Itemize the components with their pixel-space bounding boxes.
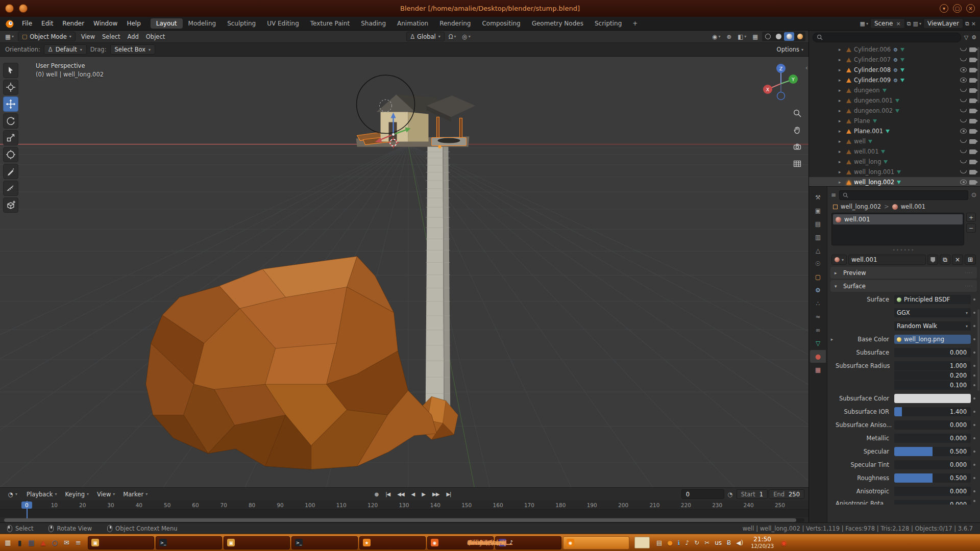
tray-icon[interactable]: ♪ [685,539,689,546]
menubar-menu[interactable]: Help [122,19,145,28]
proportional-editing-icon[interactable]: ◎▾ [460,33,473,40]
property-field[interactable]: Random Walk ▾ [894,321,971,331]
property-field[interactable]: 0.200 ▾ [894,371,971,380]
disclosure-arrow[interactable]: ▸ [839,139,844,144]
properties-tab[interactable] [810,244,826,257]
disable-in-renders-toggle[interactable] [969,47,976,52]
disclosure-arrow[interactable]: ▸ [839,108,844,113]
orientation-gizmo[interactable]: Z X Y [757,60,804,107]
slot-list-grip[interactable]: •••••• [827,247,980,253]
workspace-tab[interactable]: Geometry Nodes [526,18,589,29]
decorator-dot[interactable] [971,477,978,479]
taskbar-window-button[interactable]: ◉ I want to re... ♪ [427,536,494,549]
property-field[interactable]: 1.000 ▾ [894,361,971,370]
property-field[interactable]: 0.000 ▾ [894,460,971,469]
properties-tab[interactable] [810,270,826,283]
decorator-dot[interactable] [971,384,978,386]
properties-search-field[interactable] [839,190,968,200]
viewport-scene[interactable] [0,57,808,487]
decorator-dot[interactable] [971,397,978,399]
disclosure-arrow[interactable]: ▸ [839,129,844,134]
disable-in-renders-toggle[interactable] [969,139,976,144]
use-preview-range-icon[interactable]: ◔ [725,491,736,498]
viewport-menu[interactable]: Add [124,33,142,40]
decorator-dot[interactable] [971,411,978,413]
tray-icon[interactable]: ↻ [694,539,699,546]
workspace-tab[interactable]: Animation [391,18,434,29]
hide-in-viewport-toggle[interactable] [960,48,967,51]
tray-icon[interactable]: ● [667,539,672,546]
decorator-dot[interactable] [971,365,978,367]
material-preview-shading-icon[interactable] [784,32,794,41]
frame-start-field[interactable]: Start1 [737,489,768,499]
disable-in-renders-toggle[interactable] [969,129,976,134]
playback-button[interactable]: |◀ [382,491,393,497]
timeline-menu[interactable]: Playback▾ [22,491,61,498]
annotate-tool[interactable] [3,164,18,179]
outliner-row[interactable]: ▸ Plane ⚙ [809,116,980,126]
gizmos-toggle-icon[interactable]: ⊕ [725,33,734,40]
pan-hand-icon[interactable] [793,126,802,135]
filter-funnel-icon[interactable]: ▽ [964,34,968,41]
property-field[interactable]: well_long.png ▾ [894,335,971,344]
select-box-tool[interactable] [3,63,18,78]
breadcrumb-material[interactable]: well.001 [901,203,925,210]
playback-button[interactable]: ▶| [443,491,454,497]
hide-in-viewport-toggle[interactable] [960,78,967,83]
transform-orientation-dropdown[interactable]: ΔGlobal▾ [406,32,445,41]
property-field[interactable]: 0.000 ▾ [894,420,971,430]
disclosure-arrow[interactable]: ▸ [839,169,844,174]
disable-in-renders-toggle[interactable] [969,109,976,113]
timeline-ruler[interactable]: 0102030405060708090100110120130140150160… [0,500,808,522]
disclosure-arrow[interactable]: ▸ [839,159,844,164]
outliner-row[interactable]: ▸ dungeon.001 ⚙ [809,95,980,106]
workspace-tab[interactable]: Shading [355,18,391,29]
viewport-menu[interactable]: View [78,33,99,40]
decorator-dot[interactable] [971,312,978,314]
scale-tool[interactable] [3,130,18,145]
window-menu-button[interactable] [5,4,14,13]
disable-in-renders-toggle[interactable] [969,180,976,185]
hide-in-viewport-toggle[interactable] [960,180,967,185]
launcher-icon[interactable]: ✉ [61,537,72,548]
outliner-options-icon[interactable]: ⚙ [971,34,976,41]
outliner-row[interactable]: ▸ Cylinder.007 ⚙ [809,55,980,65]
property-field[interactable]: 0.000 ▾ [894,500,971,505]
decorator-dot[interactable] [971,374,978,377]
workspace-tab[interactable]: Modeling [183,18,222,29]
disable-in-renders-toggle[interactable] [969,98,976,103]
workspace-tab[interactable]: Texture Paint [305,18,355,29]
launcher-icon[interactable]: ○ [50,537,60,548]
hide-in-viewport-toggle[interactable] [960,99,967,102]
blender-logo-icon[interactable] [4,18,14,29]
material-slot-list[interactable]: well.001 [831,213,964,245]
property-field[interactable]: 0.000 ▾ [894,348,971,357]
outliner-row[interactable]: ▸ well.001 ⚙ [809,146,980,157]
workspace-tab[interactable]: Rendering [434,18,476,29]
outliner-row[interactable]: ▸ well_long.002 ⚙ [809,177,980,186]
disable-in-renders-toggle[interactable] [969,58,976,62]
properties-editor-icon[interactable]: ≡ [831,191,836,198]
launcher-icon[interactable]: ▦ [3,537,13,548]
outliner-row[interactable]: ▸ dungeon ⚙ [809,85,980,95]
property-field[interactable]: 0.100 ▾ [894,381,971,390]
drag-setting-dropdown[interactable]: Select Box▾ [110,44,156,55]
scene-selector[interactable]: Scene× [870,18,905,29]
browse-material-icon[interactable]: ▾ [831,255,847,265]
show-object-types-icon[interactable]: ◉▾ [710,33,723,40]
tray-placeholder-box[interactable] [634,537,650,548]
hide-in-viewport-toggle[interactable] [960,58,967,61]
viewport-menu[interactable]: Object [142,33,168,40]
outliner-row[interactable]: ▸ well ⚙ [809,136,980,146]
launcher-icon[interactable]: ▲ [38,537,48,548]
playhead-frame-badge[interactable]: 0 [21,502,32,509]
taskbar-window-button[interactable]: >_ diffuse : zsh... ♪ [156,536,222,549]
hide-in-viewport-toggle[interactable] [960,129,967,134]
outliner-row[interactable]: ▸ well_long ⚙ [809,157,980,167]
material-slot-row[interactable]: well.001 [833,214,963,224]
properties-tab[interactable] [810,350,826,363]
properties-tab[interactable] [810,217,826,230]
properties-tab[interactable] [810,204,826,217]
browse-scene-icon[interactable]: ▦▾ [860,20,868,27]
disable-in-renders-toggle[interactable] [969,160,976,164]
